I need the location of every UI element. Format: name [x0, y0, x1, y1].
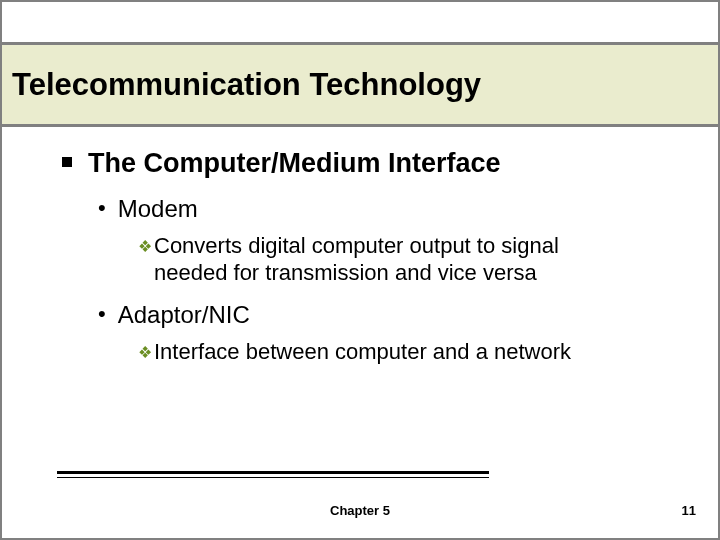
list-subitem: ❖ Converts digital computer output to si…: [138, 232, 678, 287]
slide-frame: Telecommunication Technology The Compute…: [0, 0, 720, 540]
slide-title: Telecommunication Technology: [12, 67, 481, 103]
item-detail: Interface between computer and a network: [154, 338, 571, 366]
dot-bullet-icon: •: [98, 299, 106, 330]
item-detail: Converts digital computer output to sign…: [154, 232, 634, 287]
divider-thin: [57, 477, 489, 478]
list-subitem: ❖ Interface between computer and a netwo…: [138, 338, 678, 366]
dot-bullet-icon: •: [98, 193, 106, 224]
item-label: Adaptor/NIC: [118, 299, 250, 330]
divider-thick: [57, 471, 489, 474]
content-area: The Computer/Medium Interface • Modem ❖ …: [62, 147, 678, 378]
item-label: Modem: [118, 193, 198, 224]
list-item: • Modem: [98, 193, 678, 224]
section-heading: The Computer/Medium Interface: [88, 147, 501, 181]
square-bullet-icon: [62, 157, 72, 167]
page-number: 11: [682, 503, 696, 518]
chapter-label: Chapter 5: [2, 503, 718, 518]
footer-divider: [57, 471, 489, 478]
section-heading-row: The Computer/Medium Interface: [62, 147, 678, 181]
title-band: Telecommunication Technology: [2, 42, 718, 127]
diamond-bullet-icon: ❖: [138, 237, 152, 256]
list-item: • Adaptor/NIC: [98, 299, 678, 330]
diamond-bullet-icon: ❖: [138, 343, 152, 362]
